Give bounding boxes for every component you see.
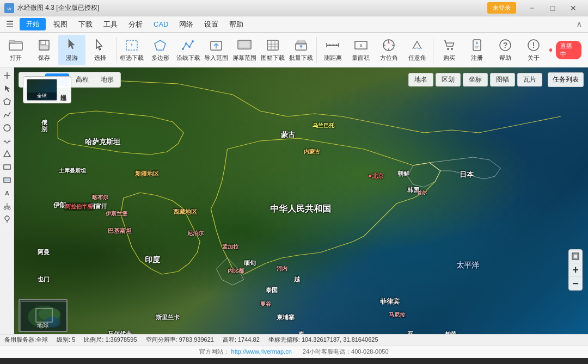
screen-range-button[interactable]: 屏幕范围 [231, 35, 258, 65]
import-range-button[interactable]: 导入范围 [203, 35, 230, 65]
line-download-icon [181, 38, 196, 53]
menu-tools[interactable]: 工具 [98, 17, 123, 32]
batch-download-icon [293, 38, 309, 53]
select-icon [93, 38, 108, 53]
map-thumbnail[interactable]: 地球 [19, 299, 68, 332]
svg-marker-9 [155, 40, 166, 50]
map-background [14, 67, 588, 334]
sidebar-tool-1[interactable] [1, 70, 13, 82]
collapse-button[interactable]: ∧ [573, 18, 586, 31]
toolbar: 打开 保存 漫游 选择 + 框选下载 多边形 [0, 33, 588, 67]
sidebar-tool-triangle[interactable] [1, 148, 13, 160]
task-list-container: 任务列表 [548, 72, 584, 87]
svg-rect-17 [239, 41, 250, 48]
sidebar-tool-arrow[interactable] [1, 83, 13, 95]
sidebar-tool-cut[interactable] [1, 200, 13, 212]
frame-download-button[interactable]: + 框选下载 [119, 35, 146, 65]
map-thumbnail-preview: 全球 [27, 79, 57, 101]
sidebar-tool-pin[interactable] [1, 213, 13, 225]
batch-download-button[interactable]: 批量下载 [287, 35, 315, 65]
measure-distance-icon [325, 38, 340, 53]
layer-tab-elevation[interactable]: 高程 [70, 73, 94, 86]
register-icon [469, 38, 485, 53]
buy-button[interactable]: 购买 [436, 35, 463, 65]
sidebar-tool-rect[interactable] [1, 161, 13, 173]
sidebar-tool-text[interactable]: A [1, 187, 13, 199]
maximize-button[interactable]: □ [542, 0, 563, 16]
register-button[interactable]: 注册 [464, 35, 491, 65]
menu-view[interactable]: 视图 [48, 17, 73, 32]
separator-3 [433, 37, 433, 63]
about-icon: ! [526, 38, 541, 53]
live-badge[interactable]: 直播中 [556, 41, 581, 59]
svg-rect-69 [573, 254, 578, 258]
svg-rect-5 [41, 40, 46, 45]
save-icon [36, 38, 52, 53]
panel-thumb-label: 全球 [27, 92, 57, 100]
sidebar-tool-measure[interactable] [1, 174, 13, 186]
menu-download[interactable]: 下载 [73, 17, 98, 32]
footer-website-link[interactable]: http://www.rivermap.cn [231, 348, 292, 355]
status-space-dist: 空间分辨率: 9783.939621 [146, 336, 214, 344]
hamburger-menu[interactable]: ☰ [2, 17, 17, 32]
polygon-button[interactable]: 多边形 [146, 35, 174, 65]
any-angle-button[interactable]: 任意角 [403, 35, 431, 65]
menu-cad[interactable]: CAD [148, 18, 174, 30]
status-level: 级别: 5 [57, 336, 75, 344]
live-section: 直播中 [549, 41, 581, 59]
map-container[interactable]: 全球 选择地图 电子 卫星 高程 地形 地名 区划 坐标 图幅 瓦片 任务列 [14, 67, 588, 334]
start-button[interactable]: 开始 [20, 18, 46, 30]
direction-icon [381, 38, 396, 53]
footer-phone: 24小时客服电话：400-028-0050 [303, 348, 389, 356]
menu-settings[interactable]: 设置 [199, 17, 224, 32]
about-button[interactable]: ! 关于 [520, 35, 547, 65]
direction-button[interactable]: 方位角 [376, 35, 403, 65]
measure-area-icon: S [353, 38, 369, 53]
any-angle-icon [409, 38, 425, 53]
sidebar-tool-line[interactable] [1, 109, 13, 121]
open-icon [8, 38, 23, 53]
layer-tab-terrain[interactable]: 地形 [95, 73, 119, 86]
zoom-in[interactable]: + [569, 263, 582, 276]
close-button[interactable]: ✕ [563, 0, 584, 16]
zoom-full[interactable] [569, 250, 582, 263]
sidebar-tool-polygon[interactable] [1, 96, 13, 108]
select-button[interactable]: 选择 [87, 35, 114, 65]
menu-network[interactable]: 网络 [174, 17, 199, 32]
task-list-button[interactable]: 任务列表 [548, 72, 584, 87]
minimize-button[interactable]: － [522, 0, 542, 16]
nav-placename[interactable]: 地名 [408, 73, 433, 87]
buy-icon [442, 38, 457, 53]
login-button[interactable]: 未登录 [487, 2, 516, 14]
nav-district[interactable]: 区划 [436, 73, 461, 87]
browse-button[interactable]: 漫游 [58, 35, 85, 65]
measure-distance-button[interactable]: 测距离 [319, 35, 346, 65]
menu-help[interactable]: 帮助 [224, 17, 249, 32]
nav-mapframe[interactable]: 图幅 [490, 73, 515, 87]
sidebar-tool-circle[interactable] [1, 122, 13, 134]
svg-rect-44 [473, 40, 481, 51]
titlebar: W 水经微图 4.3 [企业版已授权] 未登录 － □ ✕ [0, 0, 588, 16]
polygon-icon [152, 38, 168, 53]
sidebar-tool-wave[interactable] [1, 135, 13, 147]
help-button[interactable]: ? 帮助 [492, 35, 519, 65]
svg-rect-19 [267, 40, 278, 50]
screen-range-icon [237, 38, 252, 53]
open-button[interactable]: 打开 [2, 35, 29, 65]
line-download-button[interactable]: 沿线下载 [175, 35, 202, 65]
thumbnail-label: 地球 [37, 322, 49, 330]
nav-tile[interactable]: 瓦片 [517, 73, 542, 87]
separator-1 [116, 37, 117, 63]
zoom-out[interactable]: − [569, 277, 582, 290]
statusbar: 备用服务器:全球 级别: 5 比例尺: 1:36978595 空间分辨率: 97… [0, 334, 588, 345]
save-button[interactable]: 保存 [30, 35, 58, 65]
measure-area-button[interactable]: S 量面积 [347, 35, 375, 65]
svg-text:A: A [5, 190, 9, 196]
live-dot [549, 48, 553, 52]
help-icon: ? [498, 38, 513, 53]
mapframe-download-button[interactable]: 图幅下载 [259, 35, 286, 65]
menu-analysis[interactable]: 分析 [123, 17, 148, 32]
svg-point-13 [192, 40, 194, 42]
nav-coord[interactable]: 坐标 [463, 73, 488, 87]
window-controls: － □ ✕ [522, 0, 584, 16]
